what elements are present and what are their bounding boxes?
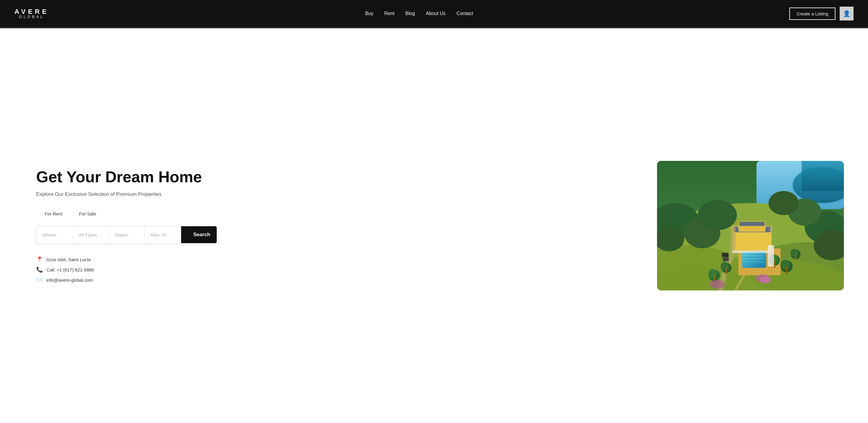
svg-point-45 bbox=[760, 276, 771, 284]
contact-info: 📍 Gros Islet, Saint Lucia 📞 Call: +1 (61… bbox=[36, 256, 217, 283]
contact-phone: 📞 Call: +1 (617) 821-5880 bbox=[36, 266, 217, 273]
svg-point-36 bbox=[721, 262, 729, 270]
nav-buy[interactable]: Buy bbox=[365, 11, 373, 16]
property-tabs: For Rent For Sale bbox=[36, 208, 217, 220]
svg-rect-47 bbox=[768, 245, 774, 266]
location-icon: 📍 bbox=[36, 256, 43, 263]
nav-actions: Create a Listing 👤 bbox=[789, 7, 854, 21]
price-label: Max. Pr bbox=[151, 232, 167, 237]
status-chevron-icon: ⌄ bbox=[130, 233, 133, 236]
svg-rect-34 bbox=[786, 266, 787, 275]
where-label: Where bbox=[42, 232, 56, 237]
logo-top: AVERE bbox=[14, 8, 49, 15]
types-chevron-icon: ⌄ bbox=[99, 233, 102, 236]
nav-blog[interactable]: Blog bbox=[405, 11, 415, 16]
phone-icon: 📞 bbox=[36, 266, 43, 273]
contact-location: 📍 Gros Islet, Saint Lucia bbox=[36, 256, 217, 263]
nav-about[interactable]: About Us bbox=[426, 11, 446, 16]
types-label: All Types bbox=[79, 232, 97, 237]
svg-rect-37 bbox=[726, 268, 727, 274]
svg-point-33 bbox=[780, 260, 790, 269]
tab-for-rent[interactable]: For Rent bbox=[36, 208, 70, 220]
navbar: AVERE GLOBAL Buy Rent Blog About Us Cont… bbox=[0, 0, 868, 27]
contact-email-text: info@avere-global.com bbox=[46, 278, 93, 283]
svg-point-42 bbox=[790, 249, 798, 257]
tab-for-sale[interactable]: For Sale bbox=[70, 208, 104, 220]
svg-rect-18 bbox=[742, 251, 766, 268]
hero-content: Get Your Dream Home Explore Our Exclusiv… bbox=[36, 168, 217, 284]
svg-rect-4 bbox=[802, 161, 844, 191]
svg-point-15 bbox=[769, 191, 799, 215]
svg-point-39 bbox=[708, 269, 717, 278]
user-profile-button[interactable]: 👤 bbox=[840, 7, 854, 21]
hero-subtitle: Explore Our Exclusive Selection of Premi… bbox=[36, 191, 217, 197]
user-icon: 👤 bbox=[843, 10, 850, 17]
logo-bottom: GLOBAL bbox=[14, 15, 49, 19]
contact-location-text: Gros Islet, Saint Lucia bbox=[46, 257, 91, 262]
contact-phone-text: Call: +1 (617) 821-5880 bbox=[46, 267, 94, 272]
nav-links: Buy Rent Blog About Us Contact bbox=[365, 11, 473, 16]
hero-image-container bbox=[657, 161, 844, 290]
types-field[interactable]: All Types ⌄ bbox=[73, 227, 109, 243]
price-field[interactable]: Max. Pr ⌄ bbox=[145, 227, 181, 243]
nav-contact[interactable]: Contact bbox=[457, 11, 473, 16]
hero-section: Get Your Dream Home Explore Our Exclusiv… bbox=[0, 28, 868, 423]
svg-rect-27 bbox=[722, 253, 728, 257]
svg-point-14 bbox=[698, 200, 737, 230]
email-icon: ✉️ bbox=[36, 276, 43, 283]
svg-rect-26 bbox=[739, 222, 765, 226]
status-label: Status bbox=[115, 232, 128, 237]
search-bar: Where ⌄ All Types ⌄ Status ⌄ Max. Pr ⌄ S… bbox=[36, 226, 217, 243]
status-field[interactable]: Status ⌄ bbox=[109, 227, 145, 243]
nav-rent[interactable]: Rent bbox=[384, 11, 395, 16]
logo[interactable]: AVERE GLOBAL bbox=[14, 8, 49, 19]
hero-property-image bbox=[657, 161, 844, 290]
create-listing-button[interactable]: Create a Listing bbox=[789, 7, 835, 20]
where-chevron-icon: ⌄ bbox=[58, 233, 61, 236]
where-field[interactable]: Where ⌄ bbox=[36, 227, 73, 243]
price-chevron-icon: ⌄ bbox=[169, 233, 172, 236]
contact-email: ✉️ info@avere-global.com bbox=[36, 276, 217, 283]
hero-title: Get Your Dream Home bbox=[36, 168, 217, 186]
search-button[interactable]: Search bbox=[181, 226, 217, 243]
svg-rect-48 bbox=[733, 251, 769, 253]
svg-rect-28 bbox=[723, 257, 729, 261]
svg-rect-43 bbox=[795, 254, 796, 260]
svg-rect-31 bbox=[774, 260, 775, 268]
svg-point-46 bbox=[710, 280, 725, 289]
